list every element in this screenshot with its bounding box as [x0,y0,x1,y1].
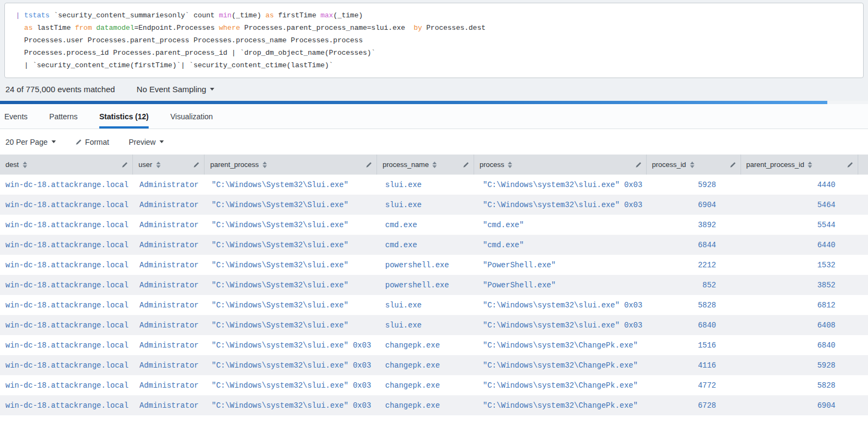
tab-visualization[interactable]: Visualization [170,104,213,129]
cell-process_id[interactable]: 2212 [651,255,746,275]
cell-process_name[interactable]: cmd.exe [380,215,477,235]
cell-parent_process_id[interactable]: 6812 [746,295,864,315]
cell-process_name[interactable]: slui.exe [380,295,477,315]
cell-dest[interactable]: win-dc-18.attackrange.local [0,175,134,195]
tab-patterns[interactable]: Patterns [49,104,78,129]
cell-process_name[interactable]: changepk.exe [380,335,477,355]
cell-process_name[interactable]: changepk.exe [380,355,477,375]
cell-parent_process_id[interactable]: 3852 [746,275,864,295]
column-header-parent_process_id[interactable]: parent_process_id [741,155,859,175]
cell-parent_process[interactable]: "C:\Windows\system32\slui.exe" 0x03 [206,335,380,355]
cell-parent_process_id[interactable]: 5464 [746,195,864,215]
cell-parent_process_id[interactable]: 6840 [746,335,864,355]
sort-icon[interactable] [156,162,161,168]
edit-pencil-icon[interactable] [75,139,82,145]
cell-process[interactable]: "C:\Windows\system32\slui.exe" 0x03 [477,175,651,195]
event-sampling-dropdown[interactable]: No Event Sampling [137,85,214,94]
edit-pencil-icon[interactable] [730,162,736,168]
cell-parent_process[interactable]: "C:\Windows\System32\slui.exe" [206,315,380,335]
cell-process_id[interactable]: 5928 [651,175,746,195]
cell-process[interactable]: "cmd.exe" [477,235,651,255]
cell-parent_process_id[interactable]: 6904 [746,395,864,415]
cell-parent_process_id[interactable]: 5544 [746,215,864,235]
sort-icon[interactable] [690,162,694,168]
cell-user[interactable]: Administrator [134,275,206,295]
format-button[interactable]: Format [75,138,109,146]
tab-events[interactable]: Events [4,104,28,129]
cell-process_name[interactable]: slui.exe [380,175,477,195]
cell-process_name[interactable]: changepk.exe [380,395,477,415]
cell-parent_process[interactable]: "C:\Windows\System32\slui.exe" [206,235,380,255]
cell-parent_process[interactable]: "C:\Windows\system32\slui.exe" 0x03 [206,375,380,395]
cell-parent_process[interactable]: "C:\Windows\system32\slui.exe" 0x03 [206,355,380,375]
cell-process_id[interactable]: 6840 [651,315,746,335]
cell-user[interactable]: Administrator [134,355,206,375]
cell-process_name[interactable]: cmd.exe [380,235,477,255]
cell-process_id[interactable]: 4772 [651,375,746,395]
cell-process[interactable]: "C:\Windows\system32\ChangePk.exe" [477,335,651,355]
edit-pencil-icon[interactable] [122,162,128,168]
cell-process_id[interactable]: 1516 [651,335,746,355]
sort-icon[interactable] [23,162,27,168]
cell-process[interactable]: "C:\Windows\system32\slui.exe" 0x03 [477,315,651,335]
cell-process_name[interactable]: powershell.exe [380,255,477,275]
cell-process_name[interactable]: changepk.exe [380,375,477,395]
cell-parent_process_id[interactable]: 5828 [746,375,864,395]
column-header-process[interactable]: process [474,155,647,175]
cell-parent_process[interactable]: "C:\Windows\System32\slui.exe" [206,215,380,235]
cell-parent_process_id[interactable]: 6408 [746,315,864,335]
cell-process[interactable]: "C:\Windows\system32\slui.exe" 0x03 [477,195,651,215]
preview-dropdown[interactable]: Preview [129,138,164,146]
cell-process[interactable]: "PowerShell.exe" [477,255,651,275]
edit-pencil-icon[interactable] [635,162,642,168]
cell-dest[interactable]: win-dc-18.attackrange.local [0,275,134,295]
cell-user[interactable]: Administrator [134,395,206,415]
cell-parent_process[interactable]: "C:\Windows\system32\slui.exe" 0x03 [206,395,380,415]
cell-dest[interactable]: win-dc-18.attackrange.local [0,375,134,395]
cell-dest[interactable]: win-dc-18.attackrange.local [0,395,134,415]
cell-dest[interactable]: win-dc-18.attackrange.local [0,355,134,375]
cell-user[interactable]: Administrator [134,375,206,395]
cell-dest[interactable]: win-dc-18.attackrange.local [0,255,134,275]
cell-user[interactable]: Administrator [134,175,206,195]
search-query-input[interactable]: | tstats `security_content_summariesonly… [4,3,864,78]
cell-user[interactable]: Administrator [134,295,206,315]
sort-icon[interactable] [508,162,512,168]
edit-pencil-icon[interactable] [847,162,853,168]
cell-dest[interactable]: win-dc-18.attackrange.local [0,215,134,235]
cell-process_id[interactable]: 6904 [651,195,746,215]
edit-pencil-icon[interactable] [193,162,200,168]
column-header-user[interactable]: user [133,155,205,175]
cell-user[interactable]: Administrator [134,215,206,235]
cell-dest[interactable]: win-dc-18.attackrange.local [0,295,134,315]
cell-user[interactable]: Administrator [134,235,206,255]
cell-process_id[interactable]: 3892 [651,215,746,235]
cell-process[interactable]: "cmd.exe" [477,215,651,235]
cell-process_name[interactable]: slui.exe [380,195,477,215]
cell-parent_process[interactable]: "C:\Windows\System32\Slui.exe" [206,175,380,195]
cell-dest[interactable]: win-dc-18.attackrange.local [0,195,134,215]
edit-pencil-icon[interactable] [463,162,469,168]
cell-parent_process_id[interactable]: 5928 [746,355,864,375]
cell-process_id[interactable]: 6728 [651,395,746,415]
column-header-parent_process[interactable]: parent_process [205,155,377,175]
cell-process[interactable]: "C:\Windows\system32\slui.exe" 0x03 [477,295,651,315]
cell-user[interactable]: Administrator [134,335,206,355]
edit-pencil-icon[interactable] [366,162,372,168]
cell-user[interactable]: Administrator [134,195,206,215]
cell-parent_process[interactable]: "C:\Windows\System32\Slui.exe" [206,195,380,215]
cell-process_name[interactable]: slui.exe [380,315,477,335]
cell-parent_process_id[interactable]: 4440 [746,175,864,195]
column-header-process_name[interactable]: process_name [377,155,474,175]
sort-icon[interactable] [808,162,812,168]
cell-user[interactable]: Administrator [134,315,206,335]
column-header-dest[interactable]: dest [0,155,133,175]
tab-statistics-12[interactable]: Statistics (12) [99,104,149,129]
cell-parent_process_id[interactable]: 6440 [746,235,864,255]
cell-process[interactable]: "C:\Windows\system32\ChangePk.exe" [477,395,651,415]
cell-process[interactable]: "C:\Windows\system32\ChangePk.exe" [477,375,651,395]
cell-dest[interactable]: win-dc-18.attackrange.local [0,335,134,355]
per-page-dropdown[interactable]: 20 Per Page [5,138,56,146]
column-header-process_id[interactable]: process_id [647,155,741,175]
cell-process[interactable]: "PowerShell.exe" [477,275,651,295]
